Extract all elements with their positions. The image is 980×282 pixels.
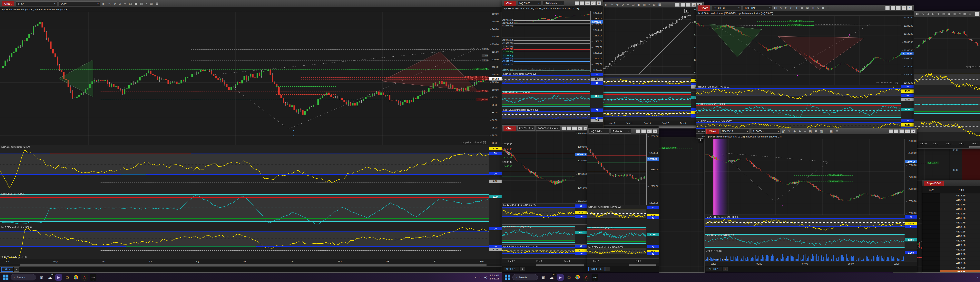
chart-trader-icon[interactable]: ▦ xyxy=(830,130,833,133)
draw-tools-icon[interactable]: ✎ xyxy=(780,6,782,10)
workspace-button[interactable] xyxy=(562,127,566,130)
dom-row[interactable]: 4131.75 xyxy=(923,202,980,207)
symbol-dropdown[interactable]: NQ 03-23▾ xyxy=(518,1,541,5)
hotlist-icon[interactable]: ▣ xyxy=(815,130,817,133)
dom-buy-cell[interactable] xyxy=(923,207,940,211)
indicator-canvas[interactable] xyxy=(603,108,691,120)
drawing-objects-icon[interactable]: ≈ xyxy=(826,130,827,133)
dom-buy-cell[interactable] xyxy=(923,211,940,215)
superdom-badge[interactable]: SuperDOM xyxy=(924,181,944,186)
properties-icon[interactable]: ☰ xyxy=(659,3,661,6)
dom-row[interactable]: 4131.50 xyxy=(923,207,980,211)
indicator-canvas[interactable] xyxy=(914,116,980,141)
crosshair-icon[interactable]: ✛ xyxy=(804,130,807,133)
dom-buy-cell[interactable] xyxy=(923,261,940,265)
weather-icon[interactable]: ☁32° xyxy=(47,274,53,280)
weather-icon[interactable]: ☁32° xyxy=(549,274,555,280)
amprsi-panel[interactable]: hpcAmpRSIIndicator (SPLK) 80.3170308.12 xyxy=(0,145,501,192)
dom-row[interactable]: 4129.75 xyxy=(923,238,980,243)
chart-style-icon[interactable]: ▮▯ xyxy=(782,130,786,133)
dom-buy-cell[interactable] xyxy=(923,229,940,234)
start-button[interactable] xyxy=(504,274,511,280)
rsibamm-panel[interactable]: hpcRSIBammIndicator (NQ 03-23) 7041.730 xyxy=(587,246,659,259)
dom-buy-cell[interactable] xyxy=(923,193,940,198)
indicators-icon[interactable]: ▥ xyxy=(811,6,815,10)
sse-icon[interactable]: sse xyxy=(592,274,598,280)
workspace-button[interactable] xyxy=(891,6,895,10)
tab-splk[interactable]: SPLK xyxy=(2,267,13,272)
price-axis[interactable]: 12850.0012800.0012750.0012700.0012650.00… xyxy=(575,131,587,203)
chart-style-icon[interactable]: ▮▯ xyxy=(915,12,919,16)
hsi-panel[interactable]: 61.11 xyxy=(603,92,703,108)
workspace-button[interactable] xyxy=(885,6,889,10)
candles-canvas[interactable] xyxy=(705,139,905,215)
clipchamp-icon[interactable]: ▶ xyxy=(55,274,62,280)
price-panel[interactable]: 150.00145.00140.00135.00130.00125.00120.… xyxy=(0,12,501,145)
interval-dropdown[interactable]: 2100 Tick▾ xyxy=(751,129,781,133)
maximize-button[interactable]: ▢ xyxy=(902,6,906,10)
hsi-panel[interactable]: hpcHSIIndicator (SPLK) 89.94 xyxy=(0,192,501,225)
volume-panel[interactable]: VOL (NQ 03-23) 2,268 © 2023 NinjaTrader,… xyxy=(705,249,917,261)
workspace-button[interactable] xyxy=(575,2,579,5)
title-bar[interactable]: SuperDOM —▢✕ xyxy=(923,181,980,186)
horizontal-scrollbar[interactable] xyxy=(0,264,501,266)
symbol-dropdown[interactable]: NQ 03-23▾ xyxy=(517,126,535,131)
candles-canvas[interactable] xyxy=(0,12,489,145)
volume-canvas[interactable] xyxy=(705,249,905,261)
title-bar[interactable]: Chart SPLK▾ Daily▾ ▮▯✎⊕⊖✛▤▣▥≈▦☰ xyxy=(0,0,501,7)
indicators-icon[interactable]: ▥ xyxy=(953,12,956,16)
properties-icon[interactable]: ☰ xyxy=(969,12,971,16)
data-box-icon[interactable]: ▤ xyxy=(632,3,635,6)
workspace-button[interactable] xyxy=(894,130,899,133)
zoom-in-icon[interactable]: ⊕ xyxy=(113,2,116,5)
symbol-dropdown[interactable]: NQ 03-23▾ xyxy=(720,129,750,133)
horizontal-scrollbar[interactable] xyxy=(603,125,703,128)
title-bar[interactable]: Chart NQ 03-23▾ 1000 Tick▾ ▮▯✎⊕⊖✛▤▣▥≈▦☰ … xyxy=(697,5,913,11)
symbol-dropdown[interactable]: NQ 03-23▾ xyxy=(712,6,741,10)
tab-nq[interactable]: NQ 03-23 xyxy=(706,267,722,271)
horizontal-scrollbar[interactable] xyxy=(587,263,659,266)
hotlist-icon[interactable]: ▣ xyxy=(637,3,640,6)
dom-buy-cell[interactable] xyxy=(923,252,940,256)
zoom-in-icon[interactable]: ⊕ xyxy=(616,3,619,6)
workspace-button[interactable] xyxy=(889,130,893,133)
dom-row[interactable]: 4131.25 xyxy=(923,211,980,216)
window-menu-badge[interactable]: Chart xyxy=(504,1,516,6)
interval-dropdown[interactable]: 120 Minute▾ xyxy=(543,1,564,5)
dom-row[interactable]: 4130.75 xyxy=(923,220,980,225)
draw-tools-icon[interactable]: ✎ xyxy=(788,130,791,133)
properties-icon[interactable]: ☰ xyxy=(835,130,838,133)
indicator-canvas[interactable] xyxy=(0,225,489,259)
dom-row[interactable]: 4128.75 111 xyxy=(923,256,980,261)
scrollbar-thumb[interactable] xyxy=(20,264,487,266)
dom-buy-cell[interactable] xyxy=(923,225,940,229)
chart-style-icon[interactable]: ▮▯ xyxy=(605,3,608,6)
time-axis[interactable]: Jan 10Jan 17Jan 23Jan 27Feb 2Feb 7 xyxy=(914,141,980,146)
title-bar[interactable]: Chart NQ 03-23▾ 100000 Volume▾ —▢✕ xyxy=(502,125,587,131)
title-bar[interactable]: Chart NQ 03-23▾ 2100 Tick▾ ▮▯✎⊕⊖✛▤▣▥≈▦☰ … xyxy=(705,128,917,134)
interval-dropdown[interactable]: Daily▾ xyxy=(59,2,100,6)
dom-buy-cell[interactable] xyxy=(923,216,940,220)
zoom-out-icon[interactable]: ⊖ xyxy=(932,12,934,16)
hsi-panel[interactable]: hpcHSIIndicator (NQ 03-23) 52.96 xyxy=(587,226,659,246)
zoom-in-icon[interactable]: ⊕ xyxy=(794,130,796,133)
close-button[interactable]: ✕ xyxy=(653,130,657,133)
symbol-dropdown[interactable]: SPLK▾ xyxy=(16,2,57,6)
dom-row[interactable]: 4128.25 111 xyxy=(923,265,980,270)
dom-buy-cell[interactable] xyxy=(923,234,940,238)
minimize-button[interactable]: — xyxy=(896,6,900,10)
price-axis[interactable]: 12900.0012800.0012700.0012600.0012500.00… xyxy=(590,11,603,72)
file-explorer-icon[interactable]: 🗀 xyxy=(64,274,70,280)
hotlist-icon[interactable]: ▣ xyxy=(135,2,137,5)
dom-row[interactable]: 4130.50 xyxy=(923,225,980,229)
hsi-panel[interactable]: hpcHSIIndicator (NQ 03-23) 52.96 xyxy=(705,233,917,249)
dom-row[interactable]: 4132.25 xyxy=(923,193,980,198)
amprsi-panel[interactable]: 49.263018.54 xyxy=(603,74,703,92)
tray-chevron-icon[interactable]: ∧ xyxy=(977,276,978,279)
time-axis[interactable]: AprMayJunJulAugSepOctNovDec23Feb xyxy=(0,259,501,264)
amprsi-panel[interactable]: hpcAmpRSIIndicator (NQ 03-23) 7048.79301… xyxy=(697,85,913,102)
dom-row[interactable]: 4130.25 xyxy=(923,229,980,234)
window-menu-badge[interactable]: Chart xyxy=(2,1,14,6)
indicator-canvas[interactable] xyxy=(0,192,489,225)
workspace-button[interactable] xyxy=(675,3,679,7)
